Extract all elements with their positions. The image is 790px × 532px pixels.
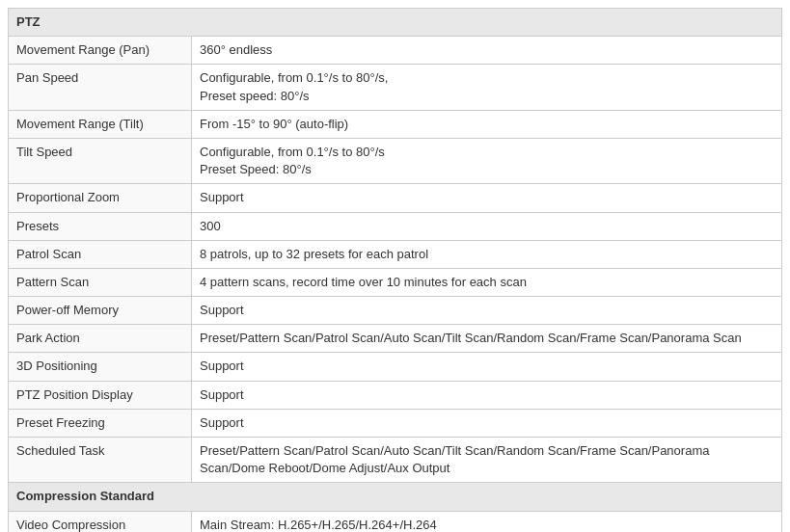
row-value: Support — [192, 409, 782, 437]
row-value: 300 — [192, 212, 782, 240]
table-row: Movement Range (Tilt)From -15° to 90° (a… — [9, 110, 782, 138]
row-label: Movement Range (Tilt) — [9, 110, 192, 138]
row-label: Movement Range (Pan) — [9, 37, 192, 65]
table-row: Movement Range (Pan)360° endless — [9, 37, 782, 65]
row-value: Support — [192, 353, 782, 381]
table-row: PTZ Position DisplaySupport — [9, 381, 782, 409]
table-row: Tilt SpeedConfigurable, from 0.1°/s to 8… — [9, 138, 782, 183]
section-header-row: Compression Standard — [9, 483, 782, 511]
row-value: 8 patrols, up to 32 presets for each pat… — [192, 240, 782, 268]
row-value: Configurable, from 0.1°/s to 80°/s,Prese… — [192, 65, 782, 110]
row-value: From -15° to 90° (auto-flip) — [192, 110, 782, 138]
row-value: Main Stream: H.265+/H.265/H.264+/H.264Su… — [192, 511, 782, 532]
table-row: Patrol Scan8 patrols, up to 32 presets f… — [9, 240, 782, 268]
row-value: 4 pattern scans, record time over 10 min… — [192, 268, 782, 296]
row-label: Scheduled Task — [9, 438, 192, 483]
table-row: Preset FreezingSupport — [9, 409, 782, 437]
row-label: Proportional Zoom — [9, 184, 192, 212]
row-label: 3D Positioning — [9, 353, 192, 381]
table-row: Video CompressionMain Stream: H.265+/H.2… — [9, 511, 782, 532]
row-value: Support — [192, 381, 782, 409]
row-value: Support — [192, 297, 782, 325]
table-row: Power-off MemorySupport — [9, 297, 782, 325]
row-label: Tilt Speed — [9, 138, 192, 183]
row-value: 360° endless — [192, 37, 782, 65]
row-label: Video Compression — [9, 511, 192, 532]
section-header-label: Compression Standard — [9, 483, 782, 511]
table-row: Presets300 — [9, 212, 782, 240]
table-row: Proportional ZoomSupport — [9, 184, 782, 212]
row-value: Support — [192, 184, 782, 212]
row-value: Preset/Pattern Scan/Patrol Scan/Auto Sca… — [192, 325, 782, 353]
table-row: Scheduled TaskPreset/Pattern Scan/Patrol… — [9, 438, 782, 483]
table-row: Park ActionPreset/Pattern Scan/Patrol Sc… — [9, 325, 782, 353]
row-value: Preset/Pattern Scan/Patrol Scan/Auto Sca… — [192, 438, 782, 483]
row-label: Patrol Scan — [9, 240, 192, 268]
row-label: Park Action — [9, 325, 192, 353]
row-label: Pattern Scan — [9, 268, 192, 296]
specs-table: PTZMovement Range (Pan)360° endlessPan S… — [8, 8, 782, 532]
row-value: Configurable, from 0.1°/s to 80°/sPreset… — [192, 138, 782, 183]
section-header-row: PTZ — [9, 9, 782, 37]
row-label: PTZ Position Display — [9, 381, 192, 409]
row-label: Presets — [9, 212, 192, 240]
row-label: Power-off Memory — [9, 297, 192, 325]
row-label: Pan Speed — [9, 65, 192, 110]
row-label: Preset Freezing — [9, 409, 192, 437]
section-header-label: PTZ — [9, 9, 782, 37]
table-row: Pan SpeedConfigurable, from 0.1°/s to 80… — [9, 65, 782, 110]
table-row: 3D PositioningSupport — [9, 353, 782, 381]
table-row: Pattern Scan4 pattern scans, record time… — [9, 268, 782, 296]
